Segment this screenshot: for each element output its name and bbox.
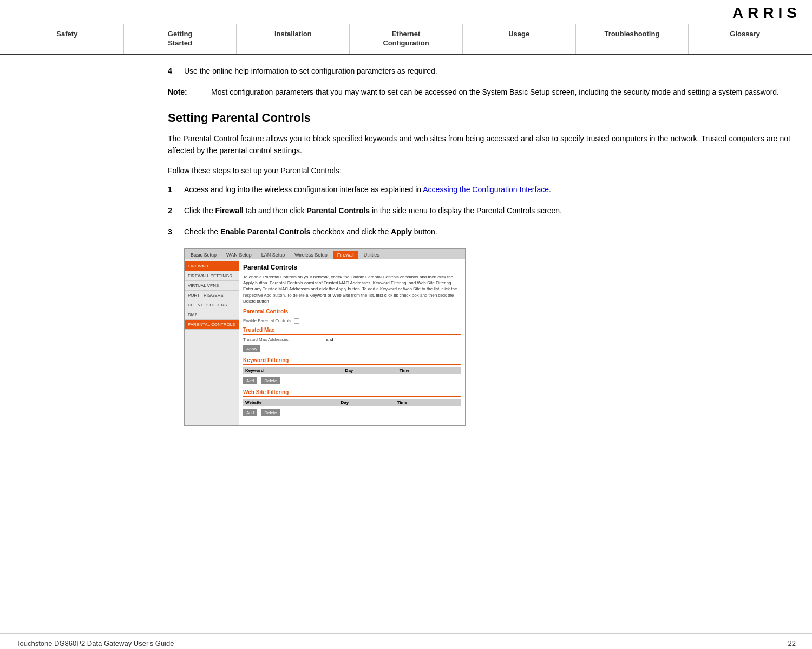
step-3-text2: checkbox and click the bbox=[312, 227, 389, 236]
step-3-block: 3 Check the Enable Parental Controls che… bbox=[168, 226, 790, 238]
sim-keyword-col3: Time bbox=[397, 367, 461, 374]
footer-text: Touchstone DG860P2 Data Gateway User's G… bbox=[16, 639, 174, 647]
sim-website-col1: Website bbox=[243, 399, 339, 406]
note-block: Note: Most configuration parameters that… bbox=[168, 87, 790, 98]
header: ARRIS bbox=[0, 0, 812, 24]
sim-tab-wireless-setup[interactable]: Wireless Setup bbox=[290, 251, 332, 259]
sim-sidebar-parental-controls[interactable]: PARENTAL CONTROLS bbox=[185, 320, 239, 330]
sim-keyword-table: Keyword Day Time bbox=[243, 367, 461, 374]
step-2-text1: Click the bbox=[184, 206, 213, 215]
step-3-bold-apply: Apply bbox=[391, 227, 412, 236]
sim-enable-parental-row: Enable Parental Controls bbox=[243, 318, 461, 324]
nav-troubleshooting[interactable]: Troubleshooting bbox=[576, 24, 689, 54]
sim-website-add-button[interactable]: Add bbox=[243, 409, 257, 416]
sidebar bbox=[0, 55, 146, 633]
footer: Touchstone DG860P2 Data Gateway User's G… bbox=[0, 633, 812, 649]
para-1: The Parental Control feature allows you … bbox=[168, 133, 790, 157]
nav-ethernet-configuration[interactable]: Ethernet Configuration bbox=[350, 24, 463, 54]
step-2-content: Click the Firewall tab and then click Pa… bbox=[184, 205, 790, 217]
nav-glossary[interactable]: Glossary bbox=[689, 24, 801, 54]
sim-apply-row: Apply bbox=[243, 345, 461, 354]
para-2: Follow these steps to set up your Parent… bbox=[168, 165, 790, 176]
sim-keyword-col2: Day bbox=[343, 367, 397, 374]
sim-tab-wan-setup[interactable]: WAN Setup bbox=[222, 251, 256, 259]
sim-page-desc: To enable Parental Controls on your netw… bbox=[243, 274, 461, 304]
sim-parental-controls-heading: Parental Controls bbox=[243, 309, 461, 316]
step-3-content: Check the Enable Parental Controls check… bbox=[184, 226, 790, 238]
step-4-content: Use the online help information to set c… bbox=[184, 65, 790, 77]
sim-sidebar-firewall-settings[interactable]: FIREWALL SETTINGS bbox=[185, 271, 239, 281]
step-1-block: 1 Access and log into the wireless confi… bbox=[168, 184, 790, 195]
step-1-suffix: . bbox=[549, 185, 551, 194]
nav-safety[interactable]: Safety bbox=[11, 24, 124, 54]
sim-page-title: Parental Controls bbox=[243, 264, 461, 271]
step-4-number: 4 bbox=[168, 65, 184, 77]
screenshot-container: Basic Setup WAN Setup LAN Setup Wireless… bbox=[184, 248, 466, 426]
section-heading-parental-controls: Setting Parental Controls bbox=[168, 111, 790, 125]
sim-enable-label: Enable Parental Controls bbox=[243, 318, 292, 323]
step-2-text2: tab and then click bbox=[246, 206, 305, 215]
sim-main: Parental Controls To enable Parental Con… bbox=[239, 259, 465, 425]
sim-trusted-mac-row: Trusted Mac Addresses and bbox=[243, 337, 461, 343]
sim-website-col3: Time bbox=[395, 399, 461, 406]
sim-website-col2: Day bbox=[339, 399, 395, 406]
sim-trusted-mac-heading: Trusted Mac bbox=[243, 327, 461, 335]
sim-website-heading: Web Site Filtering bbox=[243, 389, 461, 397]
step-1-content: Access and log into the wireless configu… bbox=[184, 184, 790, 195]
sim-keyword-heading: Keyword Filtering bbox=[243, 357, 461, 365]
note-content: Most configuration parameters that you m… bbox=[211, 87, 790, 98]
accessing-config-link[interactable]: Accessing the Configuration Interface bbox=[423, 185, 549, 194]
sim-keyword-delete-button[interactable]: Delete bbox=[261, 377, 280, 384]
nav-usage[interactable]: Usage bbox=[463, 24, 576, 54]
sim-apply-button[interactable]: Apply bbox=[243, 345, 260, 352]
sim-keyword-add-button[interactable]: Add bbox=[243, 377, 257, 384]
sim-sidebar-firewall[interactable]: FIREWALL bbox=[185, 261, 239, 271]
footer-page-number: 22 bbox=[788, 639, 796, 647]
sim-enable-checkbox[interactable] bbox=[294, 318, 299, 324]
sim-keyword-buttons: Add Delete bbox=[243, 377, 461, 386]
step-3-text1: Check the bbox=[184, 227, 218, 236]
sim-tab-bar: Basic Setup WAN Setup LAN Setup Wireless… bbox=[185, 249, 465, 259]
sim-body: FIREWALL FIREWALL SETTINGS VIRTUAL VPNS … bbox=[185, 259, 465, 425]
sim-tab-basic-setup[interactable]: Basic Setup bbox=[186, 251, 221, 259]
sim-tab-firewall[interactable]: Firewall bbox=[333, 251, 358, 259]
sim-sidebar: FIREWALL FIREWALL SETTINGS VIRTUAL VPNS … bbox=[185, 259, 239, 425]
step-3-number: 3 bbox=[168, 226, 184, 238]
nav-getting-started[interactable]: Getting Started bbox=[124, 24, 237, 54]
navigation: Safety Getting Started Installation Ethe… bbox=[0, 24, 812, 55]
sim-sidebar-port-triggers[interactable]: PORT TRIGGERS bbox=[185, 291, 239, 300]
sim-trusted-mac-label: Trusted Mac Addresses bbox=[243, 337, 292, 342]
step-4-block: 4 Use the online help information to set… bbox=[168, 65, 790, 77]
nav-installation[interactable]: Installation bbox=[237, 24, 350, 54]
sim-sidebar-client-ip-filters[interactable]: CLIENT IP FILTERS bbox=[185, 300, 239, 310]
step-2-bold-firewall: Firewall bbox=[215, 206, 244, 215]
step-2-block: 2 Click the Firewall tab and then click … bbox=[168, 205, 790, 217]
step-2-text3: in the side menu to display the Parental… bbox=[372, 206, 562, 215]
step-1-number: 1 bbox=[168, 184, 184, 195]
step-3-text3: button. bbox=[414, 227, 437, 236]
content-area: 4 Use the online help information to set… bbox=[146, 55, 812, 633]
sim-tab-utilities[interactable]: Utilities bbox=[359, 251, 384, 259]
sim-sidebar-virtual-vpns[interactable]: VIRTUAL VPNS bbox=[185, 281, 239, 291]
step-2-bold-parental: Parental Controls bbox=[306, 206, 370, 215]
sim-sidebar-dmz[interactable]: DMZ bbox=[185, 310, 239, 320]
step-3-bold-enable: Enable Parental Controls bbox=[220, 227, 310, 236]
step-1-text: Access and log into the wireless configu… bbox=[184, 185, 421, 194]
arris-logo: ARRIS bbox=[732, 4, 801, 22]
sim-keyword-col1: Keyword bbox=[243, 367, 343, 374]
sim-website-table: Website Day Time bbox=[243, 399, 461, 406]
sim-tab-lan-setup[interactable]: LAN Setup bbox=[257, 251, 290, 259]
sim-website-buttons: Add Delete bbox=[243, 409, 461, 418]
sim-website-delete-button[interactable]: Delete bbox=[261, 409, 280, 416]
sim-trusted-mac-input[interactable] bbox=[292, 337, 324, 343]
main-layout: 4 Use the online help information to set… bbox=[0, 55, 812, 633]
sim-and-label: and bbox=[326, 337, 333, 342]
note-label: Note: bbox=[168, 87, 211, 98]
step-2-number: 2 bbox=[168, 205, 184, 217]
